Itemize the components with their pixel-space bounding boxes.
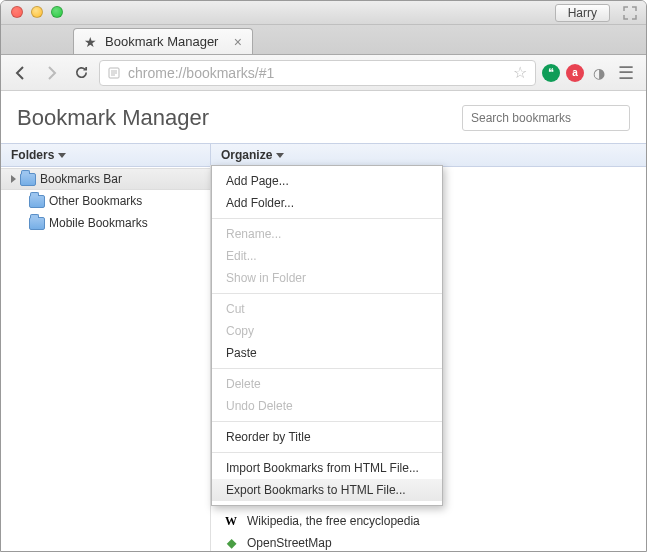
site-favicon: W — [223, 513, 239, 529]
extension-icon[interactable]: ◑ — [590, 64, 608, 82]
bookmark-label: Wikipedia, the free encyclopedia — [247, 514, 420, 528]
menu-item[interactable]: Paste — [212, 342, 442, 364]
chevron-down-icon — [58, 153, 66, 158]
menu-separator — [212, 293, 442, 294]
menu-item: Show in Folder — [212, 267, 442, 289]
sidebar-item-label: Other Bookmarks — [49, 194, 142, 208]
pocket-extension-icon[interactable]: a — [566, 64, 584, 82]
folders-sidebar: Bookmarks Bar Other Bookmarks Mobile Boo… — [1, 165, 211, 551]
search-input[interactable] — [462, 105, 630, 131]
menu-item: Cut — [212, 298, 442, 320]
close-window-button[interactable] — [11, 6, 23, 18]
sidebar-item-bookmarks-bar[interactable]: Bookmarks Bar — [1, 168, 210, 190]
page-title: Bookmark Manager — [17, 105, 462, 131]
reload-button[interactable] — [69, 61, 93, 85]
menu-separator — [212, 421, 442, 422]
menu-separator — [212, 368, 442, 369]
forward-button[interactable] — [39, 61, 63, 85]
window-traffic-lights — [11, 6, 63, 18]
sidebar-item-label: Bookmarks Bar — [40, 172, 122, 186]
sidebar-item-mobile-bookmarks[interactable]: Mobile Bookmarks — [1, 212, 210, 234]
tab-strip: ★ Bookmark Manager × — [1, 25, 646, 55]
menu-item: Copy — [212, 320, 442, 342]
zoom-window-button[interactable] — [51, 6, 63, 18]
hangouts-extension-icon[interactable]: ❝ — [542, 64, 560, 82]
tab-title: Bookmark Manager — [105, 34, 218, 49]
bookmark-star-icon[interactable]: ☆ — [513, 63, 527, 82]
menu-separator — [212, 218, 442, 219]
back-button[interactable] — [9, 61, 33, 85]
page-content: Bookmark Manager Folders Organize Bookma… — [1, 91, 646, 551]
menu-item: Rename... — [212, 223, 442, 245]
menu-item[interactable]: Export Bookmarks to HTML File... — [212, 479, 442, 501]
sidebar-item-label: Mobile Bookmarks — [49, 216, 148, 230]
minimize-window-button[interactable] — [31, 6, 43, 18]
window-titlebar: Harry — [1, 1, 646, 25]
profile-name: Harry — [568, 6, 597, 20]
url-text: chrome://bookmarks/#1 — [128, 65, 274, 81]
site-favicon: ◆ — [223, 535, 239, 551]
body-columns: Bookmarks Bar Other Bookmarks Mobile Boo… — [1, 165, 646, 551]
menu-item[interactable]: Import Bookmarks from HTML File... — [212, 457, 442, 479]
close-tab-icon[interactable]: × — [234, 34, 242, 50]
menu-item: Delete — [212, 373, 442, 395]
bookmarks-list: Add Page...Add Folder...Rename...Edit...… — [211, 165, 646, 551]
browser-tab[interactable]: ★ Bookmark Manager × — [73, 28, 253, 54]
organize-dropdown: Add Page...Add Folder...Rename...Edit...… — [211, 165, 443, 506]
chrome-menu-button[interactable]: ☰ — [614, 61, 638, 85]
columns-header: Folders Organize — [1, 143, 646, 167]
page-header: Bookmark Manager — [1, 91, 646, 143]
menu-item[interactable]: Add Folder... — [212, 192, 442, 214]
profile-button[interactable]: Harry — [555, 4, 610, 22]
bookmark-label: OpenStreetMap — [247, 536, 332, 550]
fullscreen-icon[interactable] — [622, 5, 638, 21]
organize-menu-button[interactable]: Organize — [211, 144, 294, 166]
bookmark-row[interactable]: ◆OpenStreetMap — [211, 532, 646, 552]
page-icon — [108, 67, 120, 79]
address-bar[interactable]: chrome://bookmarks/#1 ☆ — [99, 60, 536, 86]
bookmark-row[interactable]: WWikipedia, the free encyclopedia — [211, 510, 646, 532]
folder-icon — [29, 195, 45, 208]
organize-label: Organize — [221, 148, 272, 162]
folder-icon — [29, 217, 45, 230]
menu-item: Undo Delete — [212, 395, 442, 417]
folder-icon — [20, 173, 36, 186]
menu-separator — [212, 452, 442, 453]
menu-item: Edit... — [212, 245, 442, 267]
folders-column-header[interactable]: Folders — [1, 144, 211, 166]
folders-label: Folders — [11, 148, 54, 162]
chevron-down-icon — [276, 153, 284, 158]
menu-item[interactable]: Reorder by Title — [212, 426, 442, 448]
disclosure-triangle-icon[interactable] — [11, 175, 16, 183]
browser-toolbar: chrome://bookmarks/#1 ☆ ❝ a ◑ ☰ — [1, 55, 646, 91]
star-icon: ★ — [84, 34, 97, 50]
sidebar-item-other-bookmarks[interactable]: Other Bookmarks — [1, 190, 210, 212]
menu-item[interactable]: Add Page... — [212, 170, 442, 192]
